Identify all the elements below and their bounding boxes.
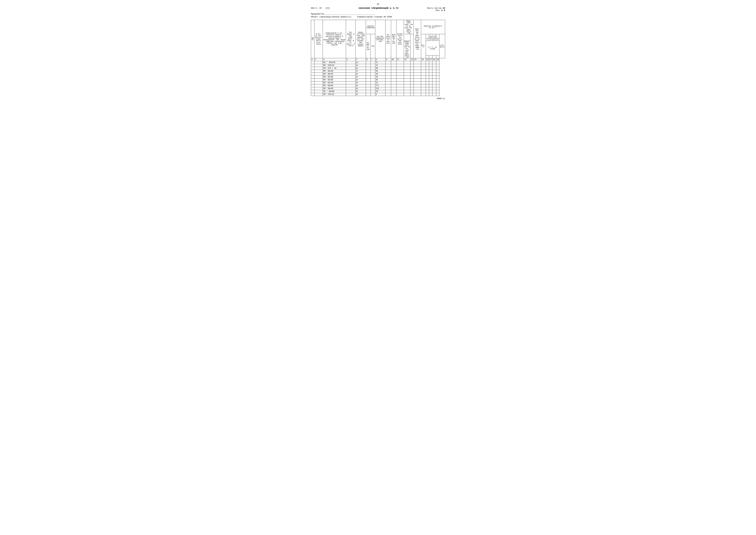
cell-row4-col9 — [386, 73, 391, 76]
cell-row7-col14 — [414, 81, 421, 84]
header-q2: II — [429, 38, 432, 41]
cell-row4-col6 — [366, 73, 371, 76]
cell-row8-col2 — [314, 84, 323, 87]
cell-row0-col9 — [386, 61, 391, 64]
cell-row5-col10 — [391, 76, 396, 78]
accepted-title: Принятая потребность — [424, 25, 442, 27]
cell-row4-col12 — [404, 73, 410, 76]
cell-row2-col2 — [314, 67, 323, 70]
cell-row0-col1 — [311, 61, 314, 64]
cell-row7-col11 — [396, 81, 404, 84]
header-col11b-placeholder — [410, 34, 414, 58]
object-value: Компрессорная станция 6К-250А — [357, 16, 392, 18]
cell-row3-col13 — [410, 70, 414, 73]
cell-row7-col1 — [311, 81, 314, 84]
cell-row3-col9 — [386, 70, 391, 73]
colnum-4: 4 — [346, 58, 356, 61]
cell-row4-col4 — [346, 73, 356, 76]
cell-row0-col5: шт — [355, 61, 366, 64]
cell-row0-col17 — [429, 61, 432, 64]
cell-row4-col11 — [396, 73, 404, 76]
cell-row10-col11 — [396, 90, 404, 93]
cell-row9-col14 — [414, 87, 421, 90]
cell-row7-col19 — [436, 81, 439, 84]
cell-row7-col18 — [432, 81, 436, 84]
cell-row5-col8: 36 — [375, 76, 386, 78]
cell-row2-col1 — [311, 67, 314, 70]
enterprise-label: Предприятие — [311, 13, 324, 15]
enterprise-line: Предприятие_____________________________… — [311, 13, 445, 15]
cell-row3-col2 — [314, 70, 323, 73]
cell-row3-col5: пт — [355, 70, 366, 73]
colnum-17: I7 — [429, 58, 432, 61]
cell-row8-col4 — [346, 84, 356, 87]
header-col5: Завод- изготови тель (для импорт- ного о… — [355, 20, 366, 58]
cell-row7-col7 — [371, 81, 375, 84]
cell-row9-col13 — [410, 87, 414, 90]
cell-row0-col14 — [414, 61, 421, 64]
cell-row5-col17 — [429, 76, 432, 78]
doc-header: 904–I– 35 (IX) ЗАКАЗНАЯ СПЕЦИФИКАЦИЯ № 5… — [311, 7, 445, 12]
cell-row11-col14 — [414, 93, 421, 96]
cell-row1-col9 — [386, 64, 391, 67]
cell-row4-col7 — [371, 73, 375, 76]
cell-row9-col9 — [386, 87, 391, 90]
header-q2-b — [429, 56, 432, 58]
cell-row0-col19 — [436, 61, 439, 64]
cell-row3-col15 — [421, 70, 426, 73]
column-numbers-row: I 2 3 4 5 6 7 8 9 IO II I2 I3 I4 I5 I6 I… — [311, 58, 445, 61]
cell-row9-col19 — [436, 87, 439, 90]
cell-row0-col13 — [410, 61, 414, 64]
cell-row11-col6 — [366, 93, 371, 96]
header-col10: Потреб- ность на пуско- вой ком- плекс — [396, 20, 404, 58]
cell-row7-col3: 90° 65c40 — [323, 81, 346, 84]
cell-row10-col17 — [429, 90, 432, 93]
cell-row8-col3: 90° 50c60 — [323, 84, 346, 87]
colnum-12: I2 — [404, 58, 410, 61]
cell-row10-col6 — [366, 90, 371, 93]
total-sheets-label: Всего листов — [427, 7, 442, 9]
accepted-year: на 197 — [429, 27, 434, 29]
footer-code: 6988/ix — [311, 98, 445, 100]
enterprise-value: ________________________________________… — [324, 13, 375, 15]
cell-row6-col19 — [436, 78, 439, 81]
table-row: 90° 50c60шт277 — [311, 84, 445, 87]
cell-row11-col18 — [432, 93, 436, 96]
cell-row5-col3: 90° 65c60 — [323, 76, 346, 78]
cell-row5-col2 — [314, 76, 323, 78]
cell-row6-col10 — [391, 78, 396, 81]
cell-row4-col14 — [414, 73, 421, 76]
cell-row8-col15 — [421, 84, 426, 87]
header-col8: По- треб- ность по про- екту — [386, 20, 391, 58]
cell-row9-col5: шт — [355, 87, 366, 90]
header-q1: I — [426, 38, 429, 41]
header-expected-label: Ожида- емое нали- чие на на- чало пла- н… — [404, 20, 414, 34]
cell-row1-col14 — [414, 64, 421, 67]
cell-row8-col13 — [410, 84, 414, 87]
cell-row8-col7 — [371, 84, 375, 87]
cell-row6-col18 — [432, 78, 436, 81]
cell-row1-col11 — [396, 64, 404, 67]
cell-row1-col5: шт — [355, 64, 366, 67]
cell-row10-col15 — [421, 90, 426, 93]
cell-row3-col6 — [366, 70, 371, 73]
cell-row8-col12 — [404, 84, 410, 87]
accepted-g: г. — [435, 27, 437, 29]
cell-row9-col6 — [366, 87, 371, 90]
cell-row6-col9 — [386, 78, 391, 81]
cell-row1-col17 — [429, 64, 432, 67]
header-q4: IY — [436, 38, 439, 41]
cell-row3-col12 — [404, 70, 410, 73]
cell-row0-col16 — [426, 61, 429, 64]
cell-row1-col1 — [311, 64, 314, 67]
cell-row3-col7 — [371, 70, 375, 73]
cell-row0-col12 — [404, 61, 410, 64]
colnum-8: 8 — [375, 58, 386, 61]
header-in-warehouse: в т.ч. на складе — [426, 41, 439, 56]
cell-row6-col16 — [426, 78, 429, 81]
cell-row5-col19 — [436, 76, 439, 78]
cell-row4-col19 — [436, 73, 439, 76]
doc-id-text: 904–I– 35 — [311, 7, 322, 9]
cell-row5-col6 — [366, 76, 371, 78]
cell-row2-col15 — [421, 67, 426, 70]
